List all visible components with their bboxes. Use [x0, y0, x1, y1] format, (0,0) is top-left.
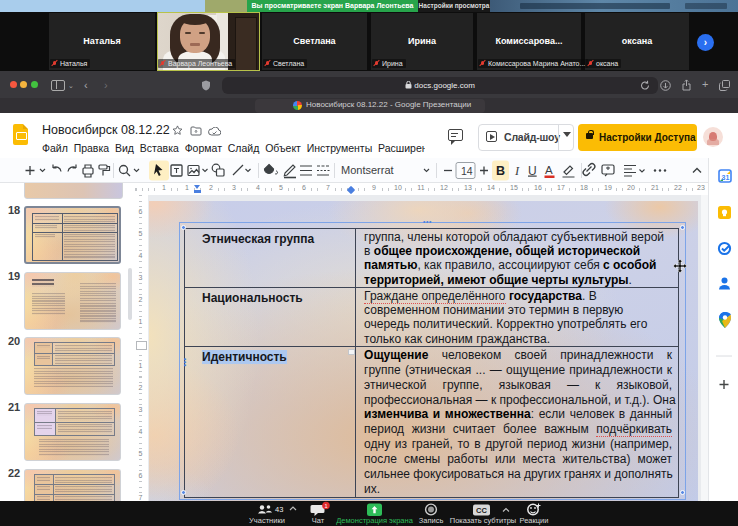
- svg-text:31: 31: [722, 174, 730, 181]
- svg-text:Демонстрация экрана: Демонстрация экрана: [336, 516, 413, 525]
- svg-text:A: A: [545, 164, 553, 176]
- svg-text:B: B: [496, 164, 505, 178]
- svg-text:14: 14: [461, 165, 473, 177]
- svg-text:Запись: Запись: [419, 516, 444, 525]
- svg-text:Показать субтитры: Показать субтитры: [450, 516, 516, 525]
- svg-text:Чат: Чат: [312, 516, 325, 525]
- svg-text:1: 1: [324, 503, 327, 509]
- svg-text:Участники: Участники: [249, 516, 285, 525]
- svg-text:U: U: [528, 164, 537, 178]
- svg-text:CC: CC: [476, 506, 487, 515]
- svg-text:I: I: [514, 164, 520, 178]
- svg-text:Реакции: Реакции: [520, 516, 549, 525]
- svg-text:43: 43: [275, 505, 283, 514]
- svg-text:Montserrat: Montserrat: [341, 164, 394, 176]
